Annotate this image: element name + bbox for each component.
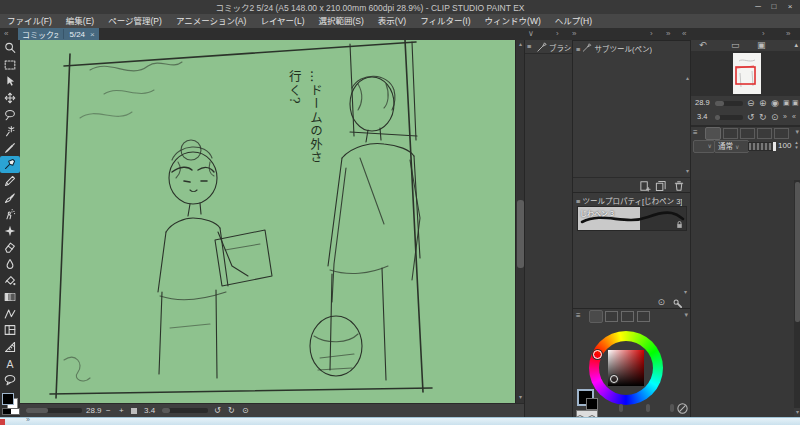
navigator-rotate-reset-icon[interactable]: ⊙ [771,111,779,123]
navigator-zoom-out-icon[interactable]: ⊖ [747,97,755,109]
palette-color-combo[interactable]: ∨ [693,140,715,153]
tool-text[interactable]: A [0,355,20,372]
tab-layer[interactable] [705,127,721,140]
tool-move[interactable] [0,90,20,107]
navigator-fit-icon[interactable]: ▣ [783,97,790,109]
tab-subview[interactable] [774,128,789,139]
new-subtool-icon[interactable] [639,180,651,192]
tool-balloon[interactable] [0,372,20,389]
panel-collapse-icon[interactable]: ▾ [795,128,799,136]
dock-collapse-icon[interactable]: ▴ [794,39,798,51]
menu-item-5[interactable]: 選択範囲(S) [312,14,371,28]
menu-item-6[interactable]: 表示(V) [371,14,413,28]
prop-scroll-down-icon[interactable]: ▾ [684,288,687,295]
green-swatch[interactable] [631,405,640,414]
panel-menu-icon[interactable]: ≡ [576,197,580,206]
tab-layer-search[interactable] [757,128,772,139]
tool-pen[interactable] [0,156,20,173]
blend-mode-combo[interactable]: 通常 ∨ [714,140,749,153]
tab-color-slider[interactable] [621,311,634,322]
panel-menu-icon[interactable]: ≡ [576,311,581,320]
minimize-button[interactable]: ─ [750,0,766,13]
dock-arrow-icon[interactable]: » [572,28,576,40]
navigator-rotate-cw-icon[interactable]: ↻ [759,111,767,123]
panel-menu-icon[interactable]: ≡ [576,45,580,54]
tool-ruler[interactable] [0,339,20,356]
panel-collapse-icon[interactable]: ▾ [684,311,688,319]
tool-eyedropper[interactable] [0,140,20,157]
tab-color-history[interactable] [637,311,650,322]
navigator-rotate-ccw-icon[interactable]: ↺ [747,111,755,123]
navigator-flip-icon[interactable]: ▣ [792,97,799,109]
tool-auto-select[interactable] [0,123,20,140]
rotate-cw-button[interactable]: ↻ [228,406,235,415]
tab-color-set[interactable] [605,311,618,322]
opacity-slider-thumb[interactable] [773,142,776,151]
menu-item-9[interactable]: ヘルプ(H) [548,14,599,28]
tool-blend[interactable] [0,256,20,273]
toolbar-color-swatches[interactable] [1,392,19,416]
hue-knob[interactable] [593,350,602,359]
tool-object[interactable] [0,73,20,90]
rotate-ccw-button[interactable]: ↺ [214,406,221,415]
bw-strip[interactable] [2,408,20,415]
tab-color-wheel[interactable] [589,310,603,323]
scroll-down-icon[interactable]: ▾ [794,408,800,417]
menu-item-8[interactable]: ウィンドウ(W) [478,14,548,28]
window-float-icon[interactable]: ▣ [757,39,766,51]
dock-arrow-icon[interactable]: » [786,28,790,40]
window-tile-icon[interactable]: ▭ [731,39,740,51]
tool-lasso[interactable] [0,106,20,123]
dock-arrow-icon[interactable]: ∨ [528,28,534,40]
subtool-scroll-down-icon[interactable]: ▾ [686,167,689,174]
dock-arrow-icon[interactable]: « [682,28,686,40]
color-mixer-icon[interactable] [676,402,689,415]
tab-animation-cels[interactable] [740,128,755,139]
navigator-zoom-slider[interactable] [715,101,743,106]
navigator-preview[interactable] [691,51,800,96]
menu-item-1[interactable]: 編集(E) [59,14,101,28]
navigator-zoom-in-icon[interactable]: ⊕ [759,97,767,109]
scrollbar-thumb[interactable] [795,182,800,322]
navigator-reset-all-icon[interactable]: « [792,111,796,123]
menu-item-3[interactable]: アニメーション(A) [169,14,254,28]
lock-icon[interactable] [675,220,684,229]
zoom-slider[interactable] [26,408,82,413]
dock-arrow-icon[interactable]: » [666,28,670,40]
tab-layer-property[interactable] [723,128,738,139]
delete-subtool-icon[interactable] [673,180,685,192]
panel-menu-icon[interactable]: ≡ [693,128,698,137]
tabbar-collapse-icon[interactable]: « [4,28,8,40]
tool-figure[interactable] [0,306,20,323]
blue-swatch[interactable] [657,405,666,414]
tool-selection-marquee[interactable] [0,57,20,74]
sub-color-swatch[interactable] [586,398,598,410]
subtool-scroll-up-icon[interactable]: ▴ [686,74,689,81]
dock-arrow-icon[interactable]: › [556,28,559,40]
tool-brush[interactable] [0,189,20,206]
opacity-slider[interactable] [748,142,776,151]
sv-knob[interactable] [610,375,618,383]
navigator-zoom-100-icon[interactable]: ◉ [771,97,779,109]
maximize-button[interactable]: □ [766,0,782,13]
navigator-flip-h-icon[interactable]: » [783,111,787,123]
tab-close-icon[interactable]: × [90,30,95,39]
tool-frame-border[interactable] [0,322,20,339]
register-initial-settings-icon[interactable]: ⊙ [657,297,665,307]
red-swatch[interactable] [604,405,613,414]
dock-arrow-icon[interactable]: › [650,28,653,40]
zoom-in-button[interactable]: + [119,406,124,415]
tool-zoom[interactable] [0,40,20,57]
canvas[interactable]: …ドームの外さ 行く? [20,40,515,403]
document-tab[interactable]: コミック2 5/24 × [18,28,99,40]
scrollbar-thumb[interactable] [517,200,524,268]
undo-icon[interactable]: ↶ [699,39,707,51]
menu-item-2[interactable]: ページ管理(P) [101,14,169,28]
palette-menu-icon[interactable]: ≡ [527,42,531,51]
opacity-step-down-icon[interactable]: ▾ [795,144,798,150]
duplicate-subtool-icon[interactable] [655,180,667,192]
layer-list-scrollbar[interactable]: ▾ [794,180,800,417]
fit-button[interactable] [131,408,137,414]
tool-decoration[interactable] [0,223,20,240]
tool-pencil[interactable] [0,173,20,190]
